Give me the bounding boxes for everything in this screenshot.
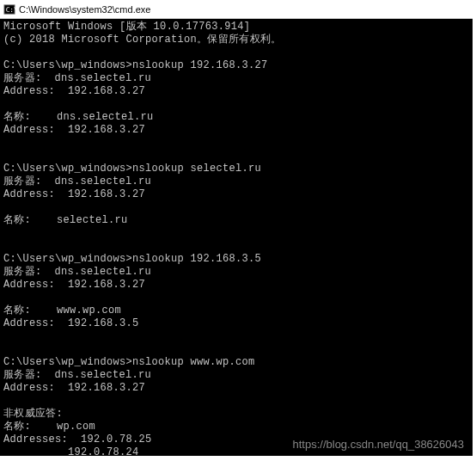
svg-text:C:\: C:\ [6,5,15,13]
window-title: C:\Windows\system32\cmd.exe [19,4,150,15]
titlebar[interactable]: C:\ C:\Windows\system32\cmd.exe [0,0,473,19]
terminal-output[interactable]: Microsoft Windows [版本 10.0.17763.914] (c… [0,19,473,456]
cmd-window: C:\ C:\Windows\system32\cmd.exe Microsof… [0,0,473,456]
cmd-icon: C:\ [3,3,15,15]
watermark-text: https://blog.csdn.net/qq_38626043 [293,438,465,451]
